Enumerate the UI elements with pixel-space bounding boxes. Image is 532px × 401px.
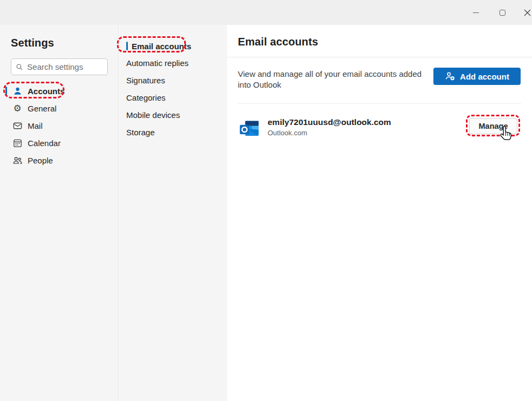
account-email: emily7201uuusd@outlook.com [268, 117, 391, 127]
outlook-settings-window: Settings Accounts ⚙ General [0, 0, 532, 401]
selection-indicator [126, 42, 128, 50]
page-title: Email accounts [238, 36, 318, 48]
search-settings-box [11, 58, 108, 75]
settings-sidebar: Settings Accounts ⚙ General [0, 25, 119, 401]
subnav-item-categories[interactable]: Categories [119, 89, 227, 106]
minimize-button[interactable] [465, 4, 486, 21]
search-settings-input[interactable] [27, 62, 103, 71]
add-account-button[interactable]: Add account [433, 68, 521, 85]
email-accounts-panel: Email accounts View and manage all of yo… [227, 25, 532, 401]
sidebar-item-calendar[interactable]: Calendar [0, 134, 119, 152]
sidebar-item-label: General [28, 104, 56, 113]
account-provider: Outlook.com [268, 129, 307, 137]
section-divider [238, 103, 521, 104]
subnav-item-mobile-devices[interactable]: Mobile devices [119, 107, 227, 123]
subnav-item-signatures[interactable]: Signatures [119, 72, 227, 88]
sidebar-item-accounts[interactable]: Accounts [0, 82, 119, 100]
subnav-item-automatic-replies[interactable]: Automatic replies [119, 55, 227, 71]
sidebar-item-mail[interactable]: Mail [0, 117, 119, 134]
subnav-item-label: Categories [126, 93, 166, 102]
mail-icon [12, 120, 23, 131]
selection-indicator [5, 87, 7, 95]
person-add-icon [445, 71, 456, 82]
close-button[interactable] [516, 4, 532, 21]
panel-description: View and manage all of your email accoun… [238, 69, 425, 90]
sidebar-item-label: Calendar [28, 139, 61, 148]
settings-title: Settings [11, 37, 54, 49]
subnav-item-label: Email accounts [132, 42, 191, 51]
search-icon [16, 63, 23, 71]
gear-icon: ⚙ [12, 103, 23, 114]
titlebar [0, 0, 532, 25]
subnav-item-label: Signatures [126, 76, 165, 85]
email-account-row: emily7201uuusd@outlook.com Outlook.com M… [227, 116, 532, 148]
sidebar-item-label: Accounts [28, 87, 64, 96]
add-account-label: Add account [460, 72, 509, 81]
header-divider [227, 57, 532, 57]
sidebar-item-people[interactable]: People [0, 152, 119, 169]
subnav-item-label: Storage [126, 128, 155, 137]
subnav-item-storage[interactable]: Storage [119, 124, 227, 140]
sidebar-item-label: Mail [28, 121, 43, 130]
close-icon [524, 9, 531, 16]
account-settings-subnav: Email accounts Automatic replies Signatu… [119, 25, 227, 401]
maximize-button[interactable] [491, 4, 513, 21]
people-icon [12, 155, 23, 166]
person-icon [12, 86, 23, 96]
manage-button[interactable]: Manage [469, 118, 517, 134]
sidebar-item-label: People [28, 156, 53, 165]
outlook-logo [238, 119, 260, 140]
minimize-icon [473, 12, 479, 13]
sidebar-item-general[interactable]: ⚙ General [0, 100, 119, 117]
subnav-item-email-accounts[interactable]: Email accounts [119, 38, 227, 54]
subnav-item-label: Automatic replies [126, 58, 189, 68]
subnav-item-label: Mobile devices [126, 110, 180, 120]
calendar-icon [12, 137, 23, 148]
maximize-icon [499, 10, 505, 16]
